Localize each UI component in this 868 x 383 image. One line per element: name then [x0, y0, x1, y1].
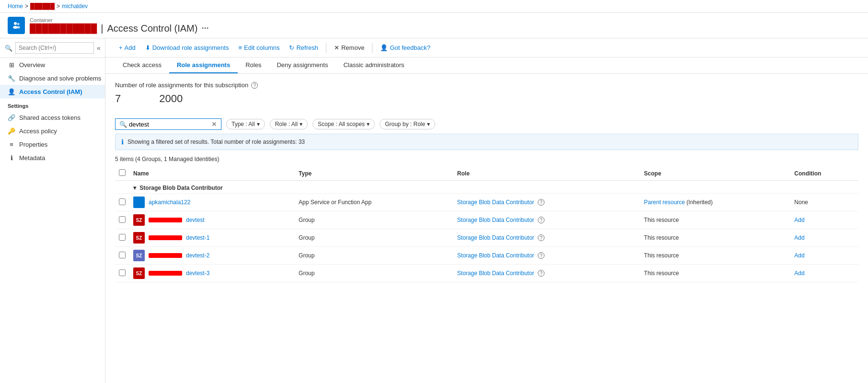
- role-link[interactable]: Storage Blob Data Contributor: [457, 199, 534, 206]
- sidebar-item-properties[interactable]: ≡ Properties: [0, 138, 105, 151]
- refresh-button[interactable]: ↻ Refresh: [285, 42, 322, 53]
- sidebar-item-metadata[interactable]: ℹ Metadata: [0, 151, 105, 164]
- search-input[interactable]: [15, 42, 94, 54]
- scope-cell: This resource: [640, 211, 791, 229]
- remove-button[interactable]: ✕ Remove: [330, 42, 368, 53]
- key-icon: 🔑: [8, 127, 15, 135]
- tab-roles[interactable]: Roles: [238, 58, 269, 73]
- link-icon: 🔗: [8, 114, 15, 121]
- collapse-sidebar-button[interactable]: «: [97, 44, 101, 52]
- condition-add-link[interactable]: Add: [794, 234, 804, 241]
- role-link[interactable]: Storage Blob Data Contributor: [457, 234, 534, 241]
- condition-add-link[interactable]: Add: [794, 252, 804, 259]
- breadcrumb: Home > ██████ > michaldev: [8, 3, 88, 10]
- row-checkbox[interactable]: [119, 252, 126, 258]
- sidebar-item-shared-tokens[interactable]: 🔗 Shared access tokens: [0, 111, 105, 124]
- table-row: apkamichala122 App Service or Function A…: [115, 194, 858, 211]
- tab-check-access[interactable]: Check access: [115, 58, 169, 73]
- row-checkbox[interactable]: [119, 216, 126, 223]
- download-label: Download role assignments: [152, 44, 229, 51]
- breadcrumb-child[interactable]: michaldev: [62, 3, 88, 10]
- row-checkbox[interactable]: [119, 234, 126, 241]
- filters-bar: 🔍 ✕ Type : All ▾ Role : All ▾ Scope : Al…: [105, 115, 868, 134]
- tab-classic-admins[interactable]: Classic administrators: [336, 58, 412, 73]
- condition-add-link[interactable]: Add: [794, 217, 804, 223]
- role-link[interactable]: Storage Blob Data Contributor: [457, 270, 534, 277]
- edit-columns-icon: ≡: [238, 44, 242, 51]
- role-link[interactable]: Storage Blob Data Contributor: [457, 217, 534, 223]
- role-filter-pill[interactable]: Role : All ▾: [270, 119, 308, 129]
- group-by-filter-label: Group by : Role: [385, 121, 425, 128]
- stats-info-icon[interactable]: ?: [251, 82, 258, 89]
- role-info-icon[interactable]: ?: [538, 217, 544, 223]
- role-link[interactable]: Storage Blob Data Contributor: [457, 252, 534, 259]
- role-info-icon[interactable]: ?: [538, 234, 544, 241]
- add-button[interactable]: + Add: [115, 42, 139, 53]
- tab-deny-assignments[interactable]: Deny assignments: [269, 58, 336, 73]
- remove-label: Remove: [341, 44, 364, 51]
- group-role-label: Storage Blob Data Contributor: [139, 185, 222, 191]
- svg-point-3: [16, 26, 20, 29]
- row-checkbox[interactable]: [119, 198, 126, 205]
- scope-value: This resource: [644, 270, 679, 277]
- clear-search-button[interactable]: ✕: [211, 120, 217, 128]
- condition-add-link[interactable]: Add: [794, 270, 804, 277]
- sidebar-item-overview-label: Overview: [19, 61, 45, 69]
- type-cell: Group: [295, 211, 453, 229]
- select-all-checkbox[interactable]: [119, 169, 126, 176]
- sidebar-item-diagnose[interactable]: 🔧 Diagnose and solve problems: [0, 71, 105, 85]
- sidebar-item-overview[interactable]: ⊞ Overview: [0, 58, 105, 71]
- group-by-filter-chevron: ▾: [427, 121, 430, 128]
- row-checkbox[interactable]: [119, 269, 126, 276]
- condition-cell: Add: [790, 229, 858, 247]
- sidebar-item-access-policy[interactable]: 🔑 Access policy: [0, 124, 105, 138]
- row-name-link[interactable]: devtest: [186, 217, 205, 223]
- role-cell: Storage Blob Data Contributor ?: [453, 247, 640, 265]
- role-info-icon[interactable]: ?: [538, 199, 544, 206]
- search-filter-input[interactable]: [129, 121, 209, 128]
- sidebar-item-iam[interactable]: 👤 Access Control (IAM): [0, 85, 105, 98]
- scope-filter-chevron: ▾: [367, 121, 370, 128]
- role-cell: Storage Blob Data Contributor ?: [453, 265, 640, 282]
- type-filter-chevron: ▾: [257, 121, 260, 128]
- role-filter-chevron: ▾: [300, 121, 302, 128]
- row-name-link[interactable]: devtest-1: [186, 234, 209, 241]
- role-assignments-table: Name Type Role Scope Condition ▾ Storage…: [115, 166, 858, 282]
- sidebar-item-properties-label: Properties: [19, 141, 47, 148]
- main-layout: 🔍 « ⊞ Overview 🔧 Diagnose and solve prob…: [0, 38, 868, 383]
- sidebar-search-box[interactable]: 🔍 «: [0, 38, 105, 58]
- resource-heading: ███████████ | Access Control (IAM) ···: [30, 23, 208, 34]
- search-filter-box[interactable]: 🔍 ✕: [115, 118, 221, 130]
- table-row: SZ devtest-2 Group Storage Blob Data Con…: [115, 247, 858, 265]
- edit-columns-button[interactable]: ≡ Edit columns: [234, 42, 283, 53]
- scope-value: This resource: [644, 217, 679, 223]
- tab-role-assignments[interactable]: Role assignments: [169, 58, 238, 73]
- toolbar-separator-2: [372, 43, 372, 53]
- redacted-name: [149, 271, 182, 276]
- scope-filter-pill[interactable]: Scope : All scopes ▾: [312, 119, 375, 129]
- role-info-icon[interactable]: ?: [538, 252, 544, 259]
- add-icon: +: [119, 44, 123, 51]
- more-options-dots[interactable]: ···: [201, 23, 208, 34]
- role-cell: Storage Blob Data Contributor ?: [453, 211, 640, 229]
- resource-header: Container ███████████ | Access Control (…: [0, 13, 868, 38]
- feedback-button[interactable]: 👤 Got feedback?: [376, 42, 434, 53]
- breadcrumb-resource[interactable]: ██████: [30, 3, 55, 10]
- row-name-link[interactable]: devtest-3: [186, 270, 209, 277]
- name-cell: SZ devtest: [133, 214, 291, 226]
- group-by-filter-pill[interactable]: Group by : Role ▾: [380, 119, 435, 129]
- scope-link[interactable]: Parent resource: [644, 199, 685, 206]
- download-icon: ⬇: [145, 44, 150, 51]
- breadcrumb-home[interactable]: Home: [8, 3, 23, 10]
- download-button[interactable]: ⬇ Download role assignments: [141, 42, 233, 53]
- row-name-link[interactable]: apkamichala122: [149, 199, 190, 206]
- type-filter-pill[interactable]: Type : All ▾: [226, 119, 265, 129]
- sidebar-item-iam-label: Access Control (IAM): [19, 88, 82, 95]
- table-section: 5 items (4 Groups, 1 Managed Identities)…: [105, 154, 868, 284]
- row-name-link[interactable]: devtest-2: [186, 252, 209, 259]
- refresh-label: Refresh: [296, 44, 318, 51]
- redacted-name: [149, 235, 182, 240]
- role-info-icon[interactable]: ?: [538, 270, 544, 277]
- name-cell: apkamichala122: [133, 197, 291, 208]
- remove-icon: ✕: [334, 44, 339, 51]
